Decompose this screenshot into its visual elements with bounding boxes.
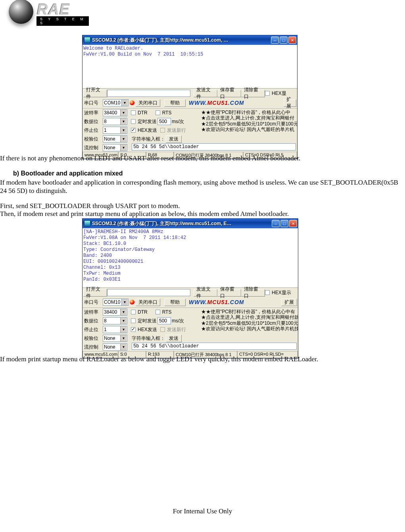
send-newline-checkbox bbox=[160, 327, 165, 332]
dtr-checkbox[interactable] bbox=[131, 310, 136, 314]
rts-checkbox[interactable] bbox=[155, 310, 160, 314]
window-title: SSCOM3.2 (作者:聂小猛(丁丁), 主页http://www.mcu51… bbox=[92, 37, 271, 44]
promo-text[interactable]: ★★使用"PCB打样计价器"，价格从此心中有 ★点击这里进入,网上计价,支持淘宝… bbox=[200, 308, 298, 351]
maximize-icon[interactable] bbox=[280, 37, 288, 44]
timed-send-checkbox[interactable] bbox=[131, 318, 136, 323]
timed-send-label: 定时发送 bbox=[138, 118, 157, 125]
help-button[interactable]: 帮助 bbox=[164, 99, 186, 107]
minimize-icon[interactable] bbox=[271, 37, 279, 44]
logo-sphere-icon bbox=[9, 0, 33, 24]
send-button[interactable]: 发送 bbox=[166, 335, 182, 342]
databits-combo[interactable]: 8 bbox=[103, 118, 127, 125]
terminal-output[interactable]: [%A-]RAEMESH-II RM2400A 8MHz FwVer:V1.08… bbox=[83, 228, 298, 287]
open-file-button[interactable]: 打开文件 bbox=[83, 289, 107, 297]
close-port-button[interactable]: 关闭串口 bbox=[136, 99, 160, 107]
app-icon bbox=[84, 220, 90, 227]
filename-input[interactable] bbox=[107, 90, 190, 97]
terminal-output[interactable]: Welcome to RAELoader. FwVer:V1.00 Build … bbox=[83, 45, 297, 88]
send-file-button[interactable]: 发送文件 bbox=[194, 289, 217, 297]
send-newline-checkbox bbox=[160, 128, 165, 133]
rts-label: RTS bbox=[162, 110, 172, 116]
sscom-window-2: SSCOM3.2 (作者:聂小猛(丁丁), 主页http://www.mcu51… bbox=[82, 218, 298, 359]
logo-subbrand: S Y S T E M S bbox=[36, 16, 89, 26]
logo-brand: RAE bbox=[36, 1, 89, 18]
parity-label: 校验位 bbox=[84, 136, 102, 143]
stopbits-combo[interactable]: 1 bbox=[103, 127, 127, 134]
rts-label: RTS bbox=[162, 309, 172, 315]
brand-www: WWW. bbox=[189, 100, 207, 106]
hex-show-label: HEX显示 bbox=[272, 289, 291, 296]
brand-link[interactable]: WWW.MCU51.COM bbox=[189, 299, 244, 305]
parity-combo[interactable]: None bbox=[103, 335, 127, 342]
flow-label: 流控制 bbox=[84, 344, 102, 351]
rts-checkbox[interactable] bbox=[155, 110, 160, 115]
filename-input[interactable] bbox=[107, 289, 190, 296]
timed-value-input[interactable]: 500 bbox=[157, 118, 171, 125]
databits-label: 数据位 bbox=[84, 318, 102, 324]
stopbits-label: 停止位 bbox=[84, 326, 102, 333]
save-window-button[interactable]: 保存窗口 bbox=[217, 289, 241, 297]
timed-send-label: 定时发送 bbox=[138, 318, 157, 324]
dtr-label: DTR bbox=[138, 110, 148, 116]
flow-combo[interactable]: None bbox=[103, 144, 127, 151]
help-button[interactable]: 帮助 bbox=[164, 299, 186, 306]
brand-link[interactable]: WWW.MCU51.COM bbox=[189, 100, 244, 106]
baud-label: 波特率 bbox=[84, 110, 102, 116]
dtr-checkbox[interactable] bbox=[131, 110, 136, 115]
maximize-icon[interactable] bbox=[280, 220, 288, 227]
close-icon[interactable] bbox=[288, 37, 296, 44]
ms-per-label: ms/次 bbox=[172, 318, 184, 324]
brand-mcu51: MCU51 bbox=[207, 100, 228, 106]
titlebar[interactable]: SSCOM3.2 (作者:聂小猛(丁丁), 主页http://www.mcu51… bbox=[83, 35, 297, 45]
paragraph-1: If there is not any phenomenon on LED1 a… bbox=[0, 154, 405, 162]
timed-send-checkbox[interactable] bbox=[131, 119, 136, 124]
hex-show-label: HEX显 bbox=[272, 90, 286, 97]
stopbits-combo[interactable]: 1 bbox=[103, 326, 127, 333]
baud-combo[interactable]: 38400 bbox=[103, 308, 127, 316]
close-icon[interactable] bbox=[289, 220, 297, 227]
timed-value-input[interactable]: 500 bbox=[157, 317, 171, 324]
promo-text[interactable]: ★★使用"PCB打样计价器"，价格从此心中 ★点击这里进入,网上计价,支持淘宝和… bbox=[200, 108, 297, 152]
com-port-label: 串口号 bbox=[84, 100, 102, 106]
com-port-combo[interactable]: COM10 bbox=[103, 99, 129, 106]
expand-button[interactable]: 扩展 bbox=[284, 99, 296, 107]
parity-combo[interactable]: None bbox=[103, 135, 127, 143]
hex-send-checkbox[interactable] bbox=[131, 128, 136, 133]
com-port-combo[interactable]: COM10 bbox=[103, 299, 129, 306]
paragraph-4: Then, if modem reset and print startup m… bbox=[0, 210, 405, 218]
open-file-button[interactable]: 打开文件 bbox=[83, 90, 107, 97]
port-status-led-icon bbox=[130, 300, 134, 305]
app-icon bbox=[84, 37, 90, 43]
send-newline-label: 发送新行 bbox=[167, 326, 186, 333]
brand-com: .COM bbox=[228, 299, 244, 305]
paragraph-2: If modem have bootloader and application… bbox=[0, 178, 405, 195]
port-status-led-icon bbox=[130, 100, 134, 105]
brand-mcu51: MCU51 bbox=[207, 299, 228, 305]
hex-show-checkbox[interactable] bbox=[265, 91, 270, 96]
databits-combo[interactable]: 8 bbox=[103, 317, 127, 324]
ms-per-label: ms/次 bbox=[172, 118, 184, 125]
minimize-icon[interactable] bbox=[272, 220, 280, 227]
brand-com: .COM bbox=[228, 100, 244, 106]
save-window-button[interactable]: 保存窗口 bbox=[217, 90, 241, 97]
paragraph-3: First, send SET_BOOTLOADER through USART… bbox=[0, 202, 405, 210]
input-box-label: 字符串输入框： bbox=[132, 136, 165, 143]
heading-b: b) Bootloader and application mixed bbox=[13, 170, 123, 177]
flow-combo[interactable]: None bbox=[103, 343, 127, 351]
clear-window-button[interactable]: 清除窗口 bbox=[241, 90, 265, 97]
stopbits-label: 停止位 bbox=[84, 127, 102, 134]
hex-send-checkbox[interactable] bbox=[131, 327, 136, 332]
baud-combo[interactable]: 38400 bbox=[103, 109, 127, 116]
titlebar[interactable]: SSCOM3.2 (作者:聂小猛(丁丁), 主页http://www.mcu51… bbox=[83, 219, 298, 228]
paragraph-5: If modem print startup menu of RAELoader… bbox=[0, 355, 397, 363]
send-button[interactable]: 发送 bbox=[166, 135, 182, 143]
clear-window-button[interactable]: 清除窗口 bbox=[241, 289, 265, 297]
send-newline-label: 发送新行 bbox=[167, 127, 186, 134]
hex-show-checkbox[interactable] bbox=[265, 290, 270, 295]
expand-button[interactable]: 扩展 bbox=[281, 299, 297, 306]
footer-text: For Internal Use Only bbox=[0, 507, 405, 515]
send-file-button[interactable]: 发送文件 bbox=[194, 90, 217, 97]
close-port-button[interactable]: 关闭串口 bbox=[136, 299, 160, 306]
sscom-window-1: SSCOM3.2 (作者:聂小猛(丁丁), 主页http://www.mcu51… bbox=[82, 35, 298, 159]
dtr-label: DTR bbox=[138, 309, 148, 315]
